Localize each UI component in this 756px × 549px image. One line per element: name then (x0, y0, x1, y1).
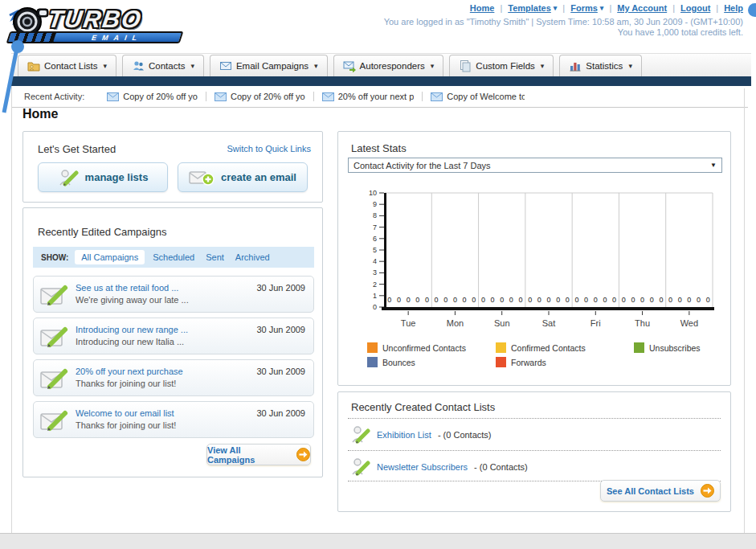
top-nav-forms[interactable]: Forms (557, 3, 603, 13)
svg-text:0: 0 (556, 296, 560, 304)
campaign-row[interactable]: Introducing our new range ... Introducin… (33, 318, 314, 354)
svg-text:0: 0 (509, 296, 513, 304)
envelope-icon (107, 92, 119, 101)
main-tab-bar: Contact Lists Contacts Email Campaigns A… (11, 53, 751, 76)
svg-text:0: 0 (650, 296, 654, 304)
contact-list-count: - (0 Contacts) (474, 462, 528, 472)
svg-text:0: 0 (678, 296, 682, 304)
campaign-date: 30 Jun 2009 (256, 367, 305, 376)
campaign-row[interactable]: 20% off your next purchase Thanks for jo… (33, 359, 314, 396)
switch-quick-links-link[interactable]: Switch to Quick Links (227, 144, 311, 154)
tab-email-campaigns[interactable]: Email Campaigns (210, 55, 328, 76)
svg-text:0: 0 (566, 296, 570, 304)
envelope-pencil-icon (40, 367, 69, 391)
svg-text:0: 0 (603, 296, 607, 304)
view-all-campaigns-label: View All Campaigns (207, 445, 290, 465)
person-pencil-icon (351, 424, 370, 445)
see-all-contact-lists-button[interactable]: See All Contact Lists (600, 480, 721, 502)
svg-text:Mon: Mon (447, 318, 464, 328)
view-all-campaigns-button[interactable]: View All Campaigns (206, 444, 311, 465)
top-nav-templates[interactable]: Templates (494, 3, 557, 13)
tab-contacts[interactable]: Contacts (122, 55, 204, 76)
legend-item: Unsubscribes (634, 342, 713, 353)
get-started-title: Let's Get Started (38, 143, 116, 155)
recent-activity-item[interactable]: Copy of 20% off yo (99, 92, 206, 101)
filter-archived[interactable]: Archived (235, 252, 270, 262)
top-nav-logout[interactable]: Logout (667, 3, 710, 13)
campaign-title-link[interactable]: See us at the retail food ... (76, 283, 178, 293)
svg-text:Fri: Fri (590, 318, 601, 328)
stats-period-select[interactable]: Contact Activity for the Last 7 Days ▼ (348, 158, 722, 173)
tab-contact-lists[interactable]: Contact Lists (18, 55, 116, 76)
svg-text:0: 0 (415, 296, 419, 304)
credits-status: You have 1,000 total credits left. (618, 27, 743, 37)
filter-scheduled[interactable]: Scheduled (153, 252, 194, 262)
envelope-arrow-icon (343, 59, 356, 72)
svg-text:3: 3 (373, 268, 377, 277)
contact-list-link[interactable]: Newsletter Subscribers (377, 462, 468, 472)
campaign-subtitle: Introducing our new Italia ... (76, 337, 184, 346)
pages-icon (459, 59, 472, 72)
manage-lists-label: manage lists (85, 171, 149, 183)
top-nav-home[interactable]: Home (470, 3, 495, 13)
campaign-row[interactable]: See us at the retail food ... We're givi… (33, 276, 314, 313)
svg-text:0: 0 (528, 296, 532, 304)
filter-sent[interactable]: Sent (206, 252, 224, 262)
page-title: Home (22, 107, 58, 121)
tab-custom-fields[interactable]: Custom Fields (449, 55, 554, 76)
recent-activity-item[interactable]: Copy of Welcome to (422, 92, 533, 101)
tab-label: Email Campaigns (236, 61, 309, 71)
envelope-plus-icon (189, 169, 215, 186)
svg-text:Tue: Tue (401, 318, 416, 328)
contact-list-link[interactable]: Exhibition List (377, 430, 431, 440)
campaigns-panel: Recently Edited Campaigns SHOW: All Camp… (22, 207, 323, 477)
svg-text:6: 6 (373, 235, 377, 243)
svg-text:0: 0 (472, 296, 476, 304)
top-nav: Home Templates Forms My Account Logout H… (470, 3, 743, 13)
svg-text:0: 0 (668, 296, 672, 304)
contact-list-row[interactable]: Exhibition List - (0 Contacts) (351, 424, 492, 445)
campaign-subtitle: We're giving away our late ... (76, 295, 189, 305)
tab-statistics[interactable]: Statistics (559, 55, 642, 76)
envelope-icon (431, 92, 443, 101)
svg-text:0: 0 (622, 296, 626, 304)
legend-item: Forwards (496, 357, 634, 367)
campaign-filter-bar: SHOW: All Campaigns Scheduled Sent Archi… (33, 247, 314, 268)
filter-all-campaigns[interactable]: All Campaigns (75, 250, 145, 264)
create-email-button[interactable]: create an email (178, 162, 308, 192)
svg-text:5: 5 (373, 246, 377, 254)
orange-arrow-icon (296, 448, 310, 461)
legend-label: Confirmed Contacts (511, 343, 586, 353)
campaign-date: 30 Jun 2009 (256, 408, 305, 418)
contact-lists-panel: Recently Created Contact Lists Exhibitio… (337, 391, 731, 512)
campaign-row[interactable]: Welcome to our email list Thanks for joi… (33, 401, 314, 438)
campaign-subtitle: Thanks for joining our list! (76, 420, 176, 430)
top-nav-help[interactable]: Help (710, 3, 743, 13)
recent-activity-bar: Recent Activity: Copy of 20% off yo Copy… (11, 86, 748, 108)
recent-activity-item[interactable]: Copy of 20% off yo (206, 92, 313, 101)
campaign-title-link[interactable]: 20% off your next purchase (76, 367, 183, 376)
envelope-pencil-icon (40, 408, 69, 432)
campaign-title-link[interactable]: Welcome to our email list (76, 408, 174, 418)
envelope-icon (219, 59, 232, 72)
campaigns-title: Recently Edited Campaigns (38, 226, 166, 238)
top-nav-my-account[interactable]: My Account (603, 3, 667, 13)
tab-autoresponders[interactable]: Autoresponders (333, 55, 444, 76)
svg-text:0: 0 (687, 296, 691, 304)
latest-stats-title: Latest Stats (351, 142, 407, 154)
svg-text:Wed: Wed (680, 318, 698, 328)
contact-list-row[interactable]: Newsletter Subscribers - (0 Contacts) (351, 457, 528, 477)
svg-text:0: 0 (612, 296, 616, 304)
legend-label: Unconfirmed Contacts (382, 343, 466, 353)
svg-text:0: 0 (574, 296, 578, 304)
svg-text:0: 0 (697, 296, 701, 304)
chevron-down-icon: ▼ (710, 162, 717, 169)
envelope-icon (322, 92, 334, 101)
page-right-border (744, 88, 745, 533)
contact-lists-title: Recently Created Contact Lists (351, 401, 495, 413)
manage-lists-button[interactable]: manage lists (38, 162, 168, 192)
campaign-title-link[interactable]: Introducing our new range ... (76, 325, 188, 334)
svg-text:0: 0 (519, 296, 523, 304)
recent-activity-item[interactable]: 20% off your next p (313, 92, 423, 101)
legend-item: Bounces (367, 357, 496, 367)
